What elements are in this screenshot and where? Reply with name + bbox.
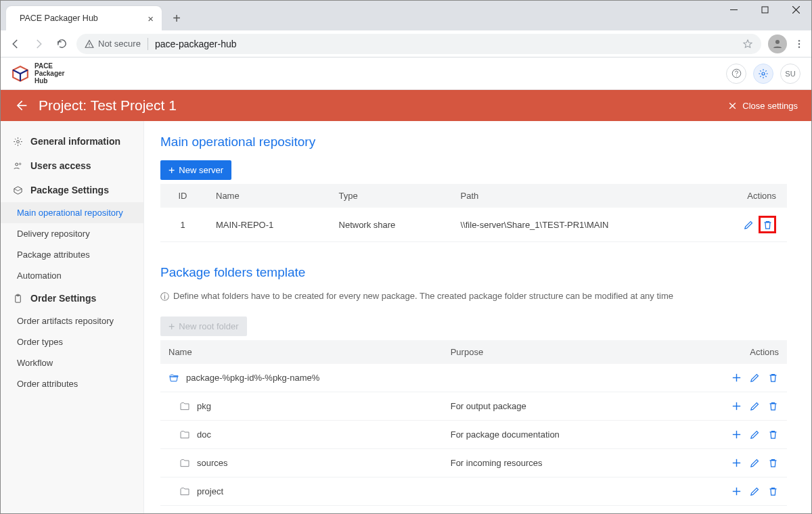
svg-point-8 bbox=[775, 40, 780, 44]
add-subfolder-icon[interactable] bbox=[731, 486, 742, 497]
browser-menu-icon[interactable] bbox=[794, 39, 805, 49]
folder-row: project bbox=[160, 477, 787, 506]
back-button[interactable] bbox=[7, 36, 24, 52]
delete-folder-icon[interactable] bbox=[767, 400, 779, 412]
sidebar-sub-order-attrs[interactable]: Order attributes bbox=[1, 373, 143, 394]
add-subfolder-icon[interactable] bbox=[731, 372, 742, 383]
delete-folder-icon[interactable] bbox=[767, 486, 779, 497]
gear-icon bbox=[13, 137, 24, 147]
window-controls bbox=[718, 1, 811, 22]
sidebar-item-users[interactable]: Users access bbox=[1, 154, 143, 178]
col-id: ID bbox=[160, 184, 205, 208]
delete-folder-icon[interactable] bbox=[767, 429, 779, 440]
folders-table: Name Purpose Actions package-%pkg-id%-%p… bbox=[160, 340, 787, 506]
plus-icon: + bbox=[168, 323, 175, 331]
profile-avatar-icon[interactable] bbox=[768, 34, 787, 53]
sidebar-sub-package-attrs[interactable]: Package attributes bbox=[1, 244, 143, 265]
col-name: Name bbox=[205, 184, 328, 208]
server-row: 1 MAIN-REPO-1 Network share \\file-serve… bbox=[160, 208, 787, 242]
clipboard-icon bbox=[13, 294, 24, 304]
new-root-folder-button: + New root folder bbox=[160, 317, 247, 336]
sidebar-sub-order-types[interactable]: Order types bbox=[1, 331, 143, 352]
browser-tab[interactable]: PACE Packager Hub × bbox=[6, 6, 162, 30]
project-title: Project: Test Project 1 bbox=[39, 97, 177, 114]
minimize-button[interactable] bbox=[718, 1, 749, 22]
delete-server-icon[interactable] bbox=[761, 218, 773, 231]
sidebar-item-order-settings[interactable]: Order Settings bbox=[1, 286, 143, 310]
col-path: Path bbox=[450, 184, 713, 208]
edit-server-icon[interactable] bbox=[742, 218, 754, 231]
svg-point-11 bbox=[798, 46, 800, 47]
sidebar-sub-order-artifacts[interactable]: Order artifacts repository bbox=[1, 310, 143, 331]
user-badge[interactable]: SU bbox=[780, 64, 800, 84]
folder-name-text: doc bbox=[197, 429, 211, 440]
separator bbox=[148, 38, 148, 50]
sidebar-sub-workflow[interactable]: Workflow bbox=[1, 352, 143, 373]
folder-icon bbox=[179, 401, 190, 412]
close-settings-button[interactable]: Close settings bbox=[728, 101, 798, 111]
edit-folder-icon[interactable] bbox=[749, 400, 761, 412]
new-tab-button[interactable]: + bbox=[168, 10, 185, 26]
sidebar-item-label: General information bbox=[30, 136, 120, 147]
new-server-button[interactable]: + New server bbox=[160, 160, 231, 180]
svg-marker-23 bbox=[14, 186, 22, 193]
folder-purpose bbox=[443, 477, 699, 506]
sidebar-item-package-settings[interactable]: Package Settings bbox=[1, 178, 143, 202]
col-type: Type bbox=[328, 184, 450, 208]
folder-purpose: For output package bbox=[443, 392, 699, 421]
forward-button[interactable] bbox=[30, 36, 47, 52]
folders-info-text: Define what folders have to be created f… bbox=[173, 291, 673, 301]
bookmark-star-icon[interactable] bbox=[742, 39, 753, 49]
folder-row: sources For incoming resources bbox=[160, 449, 787, 477]
folder-icon bbox=[179, 486, 190, 497]
reload-button[interactable] bbox=[53, 36, 70, 52]
window-titlebar: PACE Packager Hub × + bbox=[1, 1, 811, 30]
back-arrow-icon[interactable] bbox=[14, 99, 28, 112]
close-window-button[interactable] bbox=[780, 1, 811, 22]
branding-text: PACE Packager Hub bbox=[35, 62, 64, 85]
cube-icon bbox=[12, 65, 29, 83]
folder-purpose bbox=[443, 364, 699, 392]
sidebar-sub-delivery-repo[interactable]: Delivery repository bbox=[1, 223, 143, 244]
add-subfolder-icon[interactable] bbox=[731, 400, 742, 412]
folder-icon bbox=[179, 429, 190, 440]
sidebar-sub-main-repo[interactable]: Main operational repository bbox=[1, 202, 143, 223]
edit-folder-icon[interactable] bbox=[749, 457, 761, 469]
not-secure-label: Not secure bbox=[98, 39, 141, 49]
folder-icon bbox=[179, 458, 190, 469]
sidebar-item-general[interactable]: General information bbox=[1, 129, 143, 154]
col-name: Name bbox=[160, 340, 443, 364]
settings-button[interactable] bbox=[753, 64, 773, 84]
folder-name-text: project bbox=[197, 486, 223, 496]
servers-table: ID Name Type Path Actions 1 MAIN-REPO-1 … bbox=[160, 184, 787, 242]
col-purpose: Purpose bbox=[443, 340, 699, 364]
svg-rect-3 bbox=[762, 7, 768, 13]
folder-open-icon bbox=[168, 373, 179, 383]
close-tab-icon[interactable]: × bbox=[148, 13, 154, 24]
address-bar[interactable]: Not secure pace-packager-hub bbox=[76, 34, 761, 54]
help-button[interactable] bbox=[726, 64, 746, 84]
folder-purpose: For incoming resources bbox=[443, 449, 699, 477]
add-subfolder-icon[interactable] bbox=[731, 429, 742, 440]
settings-sidebar: General information Users access Package… bbox=[1, 121, 144, 514]
svg-point-16 bbox=[762, 72, 765, 75]
users-icon bbox=[13, 161, 24, 171]
folder-name-text: sources bbox=[197, 458, 228, 468]
server-type: Network share bbox=[328, 208, 450, 242]
maximize-button[interactable] bbox=[749, 1, 780, 22]
col-actions: Actions bbox=[699, 340, 787, 364]
col-actions: Actions bbox=[713, 184, 787, 208]
edit-folder-icon[interactable] bbox=[749, 372, 761, 383]
delete-folder-icon[interactable] bbox=[767, 457, 779, 469]
sidebar-sub-automation[interactable]: Automation bbox=[1, 265, 143, 286]
add-subfolder-icon[interactable] bbox=[731, 457, 742, 469]
edit-folder-icon[interactable] bbox=[749, 486, 761, 497]
section-title-folders: Package folders template bbox=[160, 265, 787, 280]
svg-point-21 bbox=[16, 163, 18, 166]
main-panel: Main operational repository + New server… bbox=[144, 121, 811, 514]
app-header: PACE Packager Hub SU bbox=[1, 57, 811, 90]
browser-toolbar: Not secure pace-packager-hub bbox=[1, 30, 811, 57]
cube-icon bbox=[13, 185, 24, 195]
delete-folder-icon[interactable] bbox=[767, 372, 779, 383]
edit-folder-icon[interactable] bbox=[749, 429, 761, 440]
